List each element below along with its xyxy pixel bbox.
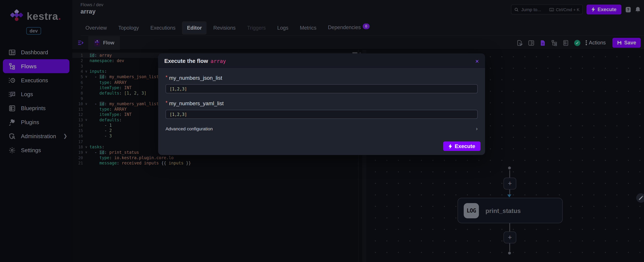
modal-footer: Execute bbox=[443, 141, 480, 151]
modal-body: *my_numbers_json_list[1,2,3]*my_numbers_… bbox=[158, 69, 485, 131]
input-field-label: *my_numbers_yaml_list bbox=[166, 100, 478, 107]
required-asterisk: * bbox=[166, 75, 168, 80]
modal-header: Execute the flow array × bbox=[158, 54, 485, 69]
bolt-icon bbox=[448, 144, 452, 149]
modal-flow-name: array bbox=[210, 58, 226, 64]
chevron-right-icon: › bbox=[476, 125, 478, 132]
required-asterisk: * bbox=[166, 100, 168, 106]
input-field-label: *my_numbers_json_list bbox=[166, 75, 478, 81]
execute-flow-modal: Execute the flow array × *my_numbers_jso… bbox=[158, 54, 485, 155]
input-my_numbers_json_list[interactable]: [1,2,3] bbox=[166, 84, 478, 93]
advanced-configuration-toggle[interactable]: Advanced configuration › bbox=[166, 125, 478, 132]
input-my_numbers_yaml_list[interactable]: [1,2,3] bbox=[166, 110, 478, 119]
modal-title: Execute the flow bbox=[164, 58, 208, 64]
kestra-app: kestra. dev DashboardFlowsExecutionsLogs… bbox=[0, 0, 644, 262]
close-icon[interactable]: × bbox=[475, 57, 479, 64]
execute-button-modal[interactable]: Execute bbox=[443, 141, 480, 151]
